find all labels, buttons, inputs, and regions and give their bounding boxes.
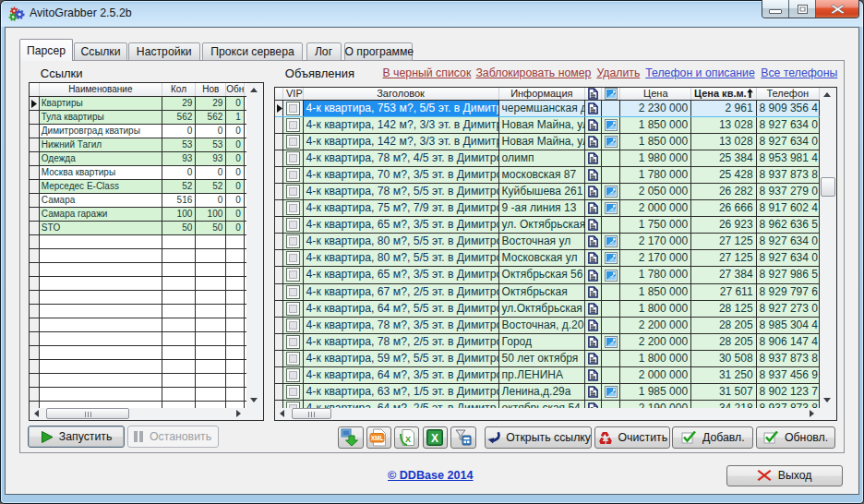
svg-text:X: X	[405, 435, 411, 444]
svg-text:X: X	[431, 432, 438, 445]
svg-text:XML: XML	[371, 435, 384, 441]
